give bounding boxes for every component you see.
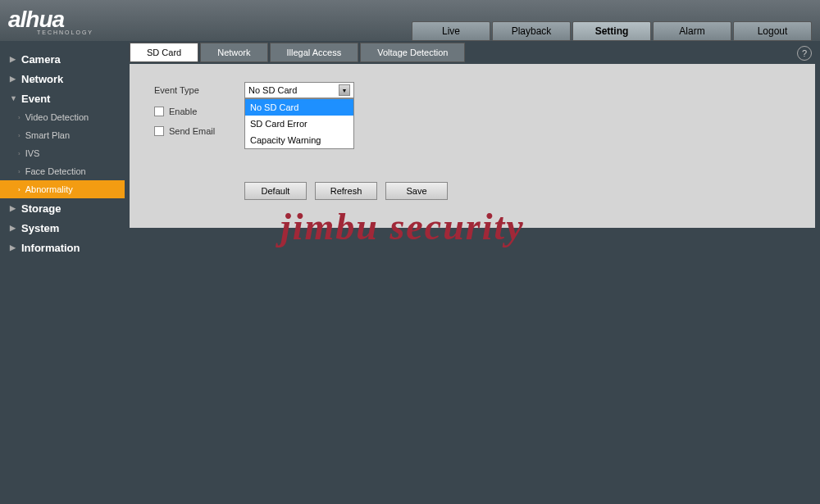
nav-setting[interactable]: Setting bbox=[572, 21, 651, 41]
help-icon[interactable]: ? bbox=[797, 46, 812, 61]
chevron-right-icon: › bbox=[18, 186, 20, 193]
save-button[interactable]: Save bbox=[385, 182, 448, 200]
chevron-right-icon: ▶ bbox=[10, 75, 18, 83]
tab-voltage-detection[interactable]: Voltage Detection bbox=[360, 43, 465, 62]
nav-live[interactable]: Live bbox=[412, 21, 490, 41]
send-email-checkbox[interactable] bbox=[154, 126, 164, 136]
header: alhua TECHNOLOGY Live Playback Setting A… bbox=[0, 0, 820, 41]
sidebar-item-storage[interactable]: ▶Storage bbox=[0, 198, 125, 218]
sidebar-item-event[interactable]: ▼Event bbox=[0, 89, 125, 108]
dropdown-selected[interactable]: No SD Card ▼ bbox=[244, 82, 354, 98]
dropdown-option-no-sd[interactable]: No SD Card bbox=[245, 99, 353, 116]
sidebar-sub-abnormality[interactable]: ›Abnormality bbox=[0, 180, 125, 198]
logo: alhua TECHNOLOGY bbox=[8, 7, 93, 35]
sidebar-sub-video-detection[interactable]: ›Video Detection bbox=[0, 108, 125, 126]
chevron-right-icon: › bbox=[18, 114, 20, 121]
sidebar-item-information[interactable]: ▶Information bbox=[0, 238, 125, 257]
tab-sd-card[interactable]: SD Card bbox=[130, 43, 198, 62]
dropdown-list: No SD Card SD Card Error Capacity Warnin… bbox=[244, 98, 354, 149]
tab-illegal-access[interactable]: Illegal Access bbox=[270, 43, 359, 62]
enable-label: Enable bbox=[169, 107, 197, 116]
top-nav: Live Playback Setting Alarm Logout bbox=[412, 21, 812, 41]
sidebar-sub-smart-plan[interactable]: ›Smart Plan bbox=[0, 126, 125, 144]
chevron-down-icon: ▼ bbox=[10, 94, 18, 102]
event-type-dropdown[interactable]: No SD Card ▼ No SD Card SD Card Error Ca… bbox=[244, 82, 354, 98]
sidebar-sub-face-detection[interactable]: ›Face Detection bbox=[0, 162, 125, 180]
nav-alarm[interactable]: Alarm bbox=[653, 21, 731, 41]
chevron-right-icon: ▶ bbox=[10, 243, 18, 252]
nav-logout[interactable]: Logout bbox=[733, 21, 812, 41]
main: ▶Camera ▶Network ▼Event ›Video Detection… bbox=[0, 41, 820, 504]
chevron-right-icon: › bbox=[18, 132, 20, 139]
sidebar: ▶Camera ▶Network ▼Event ›Video Detection… bbox=[0, 41, 125, 504]
send-email-label: Send Email bbox=[169, 126, 215, 136]
chevron-down-icon: ▼ bbox=[339, 84, 350, 96]
brand-subtext: TECHNOLOGY bbox=[37, 30, 93, 35]
row-event-type: Event Type No SD Card ▼ No SD Card SD Ca… bbox=[154, 80, 815, 100]
button-row: Default Refresh Save bbox=[244, 182, 815, 200]
dropdown-option-sd-error[interactable]: SD Card Error bbox=[245, 116, 353, 132]
chevron-right-icon: ▶ bbox=[10, 55, 18, 63]
chevron-right-icon: ▶ bbox=[10, 204, 18, 212]
tabs-row: SD Card Network Illegal Access Voltage D… bbox=[125, 41, 820, 64]
chevron-right-icon: › bbox=[18, 168, 20, 175]
sidebar-item-network[interactable]: ▶Network bbox=[0, 69, 125, 89]
sidebar-item-camera[interactable]: ▶Camera bbox=[0, 49, 125, 69]
tab-network[interactable]: Network bbox=[200, 43, 267, 62]
settings-panel: Event Type No SD Card ▼ No SD Card SD Ca… bbox=[130, 64, 815, 228]
default-button[interactable]: Default bbox=[244, 182, 307, 200]
content: SD Card Network Illegal Access Voltage D… bbox=[125, 41, 820, 504]
label-event-type: Event Type bbox=[154, 85, 244, 95]
enable-checkbox[interactable] bbox=[154, 107, 164, 116]
sidebar-item-system[interactable]: ▶System bbox=[0, 218, 125, 238]
chevron-right-icon: › bbox=[18, 150, 20, 157]
chevron-right-icon: ▶ bbox=[10, 224, 18, 232]
sidebar-sub-ivs[interactable]: ›IVS bbox=[0, 144, 125, 162]
nav-playback[interactable]: Playback bbox=[492, 21, 571, 41]
dropdown-selected-text: No SD Card bbox=[248, 85, 297, 95]
dropdown-option-capacity[interactable]: Capacity Warning bbox=[245, 132, 353, 148]
refresh-button[interactable]: Refresh bbox=[315, 182, 377, 200]
